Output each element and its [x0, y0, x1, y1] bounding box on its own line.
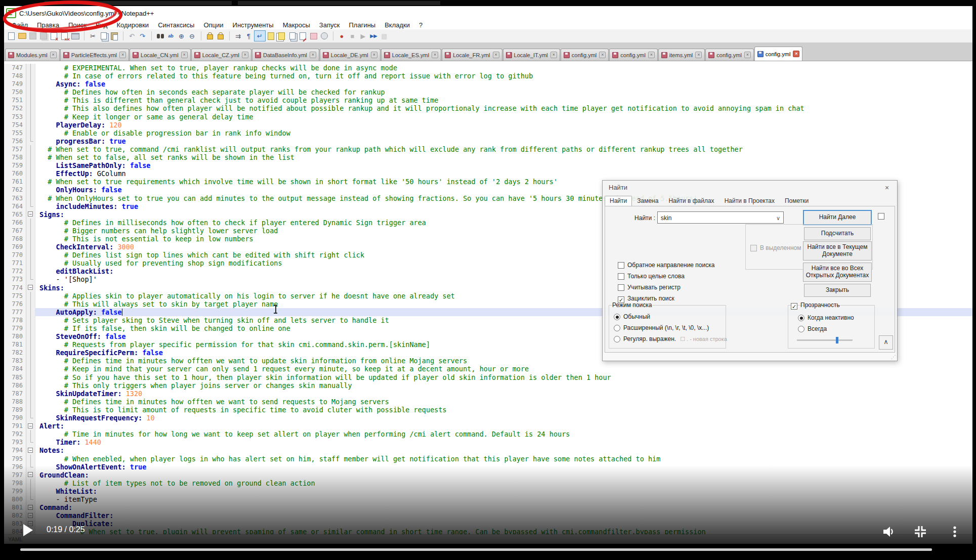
find-all-open-button[interactable]: Найти все во Всех Открытых Документах — [803, 263, 872, 282]
radio-Расширенный (\n, \r, \t, \0, \x...)[interactable]: Расширенный (\n, \r, \t, \0, \x...) — [614, 324, 709, 331]
fold-collapse-icon[interactable] — [26, 422, 35, 430]
macro-run-multi-icon[interactable]: ▶▶ — [368, 31, 379, 41]
close-all-docs-icon[interactable] — [59, 31, 70, 41]
tab-close-icon[interactable]: × — [371, 52, 377, 58]
find-next-button[interactable]: Найти Далее — [803, 210, 872, 225]
document-tab-Locale_FR.yml[interactable]: Locale_FR.yml× — [442, 49, 502, 61]
menu-item-Опции[interactable]: Опции — [199, 21, 228, 29]
document-tab-config.yml[interactable]: config.yml× — [705, 49, 754, 61]
tab-close-icon[interactable]: × — [493, 52, 499, 58]
menu-item-Макросы[interactable]: Макросы — [278, 21, 315, 29]
menu-item-Плагины[interactable]: Плагины — [345, 21, 380, 29]
tab-close-icon[interactable]: × — [793, 51, 799, 57]
find-dialog-tab-Замена[interactable]: Замена — [632, 196, 663, 206]
video-progress-bar[interactable] — [20, 548, 932, 551]
edit-pen-icon[interactable] — [298, 31, 308, 41]
document-tab-Locale_IT.yml[interactable]: Locale_IT.yml× — [503, 49, 560, 61]
indent-guides-icon[interactable]: ⇉ — [233, 31, 243, 41]
macro-record-icon[interactable]: ● — [336, 31, 347, 41]
find-all-current-button[interactable]: Найти все в Текущем Документе — [803, 241, 872, 261]
menu-item-Запуск[interactable]: Запуск — [315, 21, 345, 29]
macro-play-icon[interactable]: ▶ — [358, 31, 368, 41]
show-symbols-icon[interactable]: ¶ — [243, 31, 254, 41]
document-tab-config.yml[interactable]: config.yml× — [561, 49, 609, 61]
document-tab-Modules.yml[interactable]: Modules.yml× — [5, 49, 60, 61]
fold-collapse-icon[interactable] — [26, 503, 35, 511]
slider-thumb[interactable] — [836, 337, 838, 343]
tab-close-icon[interactable]: × — [310, 52, 316, 58]
document-tab-Locale_CZ.yml[interactable]: Locale_CZ.yml× — [191, 49, 251, 61]
word-wrap-icon[interactable]: ↵ — [254, 30, 266, 41]
tab-close-icon[interactable]: × — [242, 52, 248, 58]
paste-icon[interactable] — [109, 31, 119, 41]
volume-icon[interactable] — [880, 524, 896, 539]
replace-icon[interactable]: ab — [165, 31, 176, 41]
chevron-down-icon[interactable]: ∨ — [776, 212, 780, 224]
fold-collapse-icon[interactable] — [26, 284, 35, 292]
open-folder-icon[interactable] — [17, 31, 27, 41]
menu-item-?[interactable]: ? — [414, 21, 427, 29]
zoom-in-icon[interactable]: ⊕ — [176, 31, 187, 41]
document-tab-Locale_DE.yml[interactable]: Locale_DE.yml× — [320, 49, 380, 61]
cut-icon[interactable]: ✂ — [88, 31, 98, 41]
collapse-dialog-button[interactable]: ∧ — [879, 335, 893, 350]
undo-icon[interactable]: ↶ — [126, 31, 137, 41]
radio-Всегда[interactable]: Всегда — [798, 325, 827, 332]
zoom-out-icon[interactable]: ⊖ — [187, 31, 197, 41]
transparency-slider[interactable] — [797, 339, 853, 341]
play-icon[interactable] — [23, 524, 33, 536]
resize-grip[interactable]: ⋰ — [891, 354, 896, 360]
save-icon[interactable] — [27, 31, 38, 41]
tab-close-icon[interactable]: × — [50, 52, 57, 58]
tab-close-icon[interactable]: × — [648, 52, 655, 58]
checkbox-Учитывать регистр[interactable]: Учитывать регистр — [618, 284, 681, 291]
tab-close-icon[interactable]: × — [744, 52, 751, 58]
menu-item-Вкладки[interactable]: Вкладки — [380, 21, 414, 29]
document-tab-config.yml[interactable]: config.yml× — [609, 49, 658, 61]
tab-close-icon[interactable]: × — [432, 52, 438, 58]
function-list-icon[interactable] — [276, 31, 287, 41]
radio-Когда неактивно[interactable]: Когда неактивно — [798, 314, 854, 321]
menu-item-Инструменты[interactable]: Инструменты — [228, 21, 278, 29]
sync-scroll-h-icon[interactable] — [215, 31, 226, 41]
transparency-checkbox[interactable]: Прозрачность — [791, 301, 840, 310]
dialog-close-icon[interactable]: × — [881, 183, 893, 193]
doc-switcher-icon[interactable] — [287, 31, 298, 41]
close-button[interactable]: Закрыть — [804, 284, 871, 297]
document-tab-DataBaseInfo.yml[interactable]: DataBaseInfo.yml× — [252, 49, 319, 61]
menu-item-Синтаксисы[interactable]: Синтаксисы — [153, 21, 199, 29]
checkbox-Только целые слова[interactable]: Только целые слова — [618, 273, 685, 280]
find-icon[interactable] — [155, 31, 165, 41]
pin-checkbox[interactable] — [878, 213, 884, 220]
copy-icon[interactable] — [98, 31, 109, 41]
print-icon[interactable] — [70, 31, 80, 41]
find-dialog-tab-Найти в файлах[interactable]: Найти в файлах — [663, 196, 719, 206]
fold-collapse-icon[interactable] — [26, 471, 35, 479]
menu-item-Поиск[interactable]: Поиск — [64, 21, 91, 29]
in-selection-checkbox[interactable]: В выделенном — [750, 244, 801, 251]
count-button[interactable]: Подсчитать — [804, 227, 871, 240]
fold-collapse-icon[interactable] — [26, 210, 35, 219]
document-tab-Locale_CN.yml[interactable]: Locale_CN.yml× — [130, 49, 191, 61]
tab-close-icon[interactable]: × — [695, 52, 702, 58]
macro-save-icon[interactable]: ▦ — [379, 31, 390, 41]
menu-item-Правка[interactable]: Правка — [32, 21, 64, 29]
menu-item-Кодировки[interactable]: Кодировки — [112, 21, 153, 29]
document-tab-config.yml-active[interactable]: config.yml× — [754, 47, 803, 61]
tab-close-icon[interactable]: × — [119, 52, 126, 58]
checkbox-Обратное направление поиска[interactable]: Обратное направление поиска — [618, 262, 714, 269]
close-doc-icon[interactable] — [49, 31, 59, 41]
tab-close-icon[interactable]: × — [181, 52, 188, 58]
more-options-icon[interactable] — [947, 524, 962, 539]
globe-icon[interactable] — [319, 31, 329, 41]
redo-icon[interactable]: ↷ — [137, 31, 148, 41]
tab-close-icon[interactable]: × — [550, 52, 557, 58]
find-dialog-tab-Найти[interactable]: Найти — [605, 196, 632, 206]
pink-doc-icon[interactable] — [308, 31, 319, 41]
new-file-icon[interactable] — [6, 31, 17, 41]
find-dialog-tab-Пометки[interactable]: Пометки — [780, 196, 814, 206]
document-tab-items.yml[interactable]: items.yml× — [658, 49, 705, 61]
save-all-icon[interactable] — [38, 31, 49, 41]
document-tab-ParticleEffects.yml[interactable]: ParticleEffects.yml× — [60, 49, 129, 61]
search-query-combobox[interactable]: skin ∨ — [657, 211, 784, 224]
